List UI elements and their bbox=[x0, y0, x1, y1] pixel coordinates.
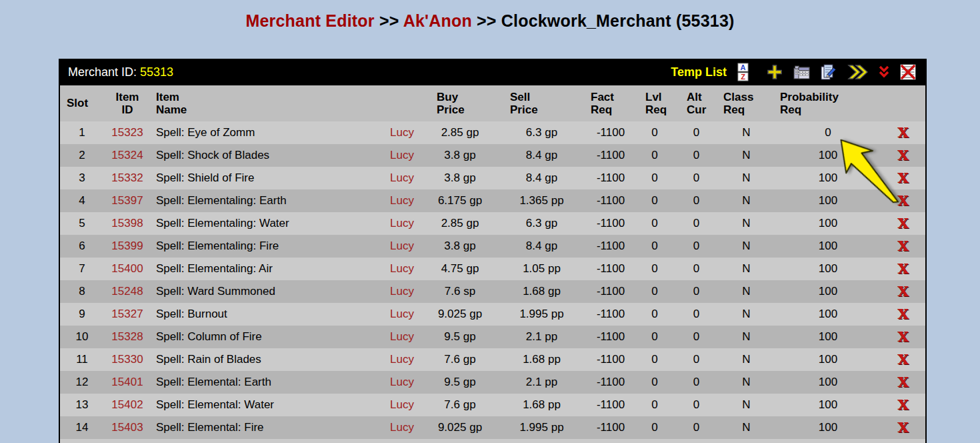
item-id-link[interactable]: 15402 bbox=[111, 398, 143, 411]
delete-row-icon[interactable]: X bbox=[898, 125, 909, 139]
item-id-cell: 15402 bbox=[104, 394, 151, 416]
item-name-cell: Spell: Shock of Blades bbox=[151, 144, 381, 167]
header-item-name: ItemName bbox=[151, 85, 381, 121]
buy-price-cell: 3.8 gp bbox=[423, 235, 497, 258]
merchant-id-value: 55313 bbox=[140, 65, 173, 79]
lucy-link[interactable]: Lucy bbox=[390, 330, 414, 343]
probability-cell: 100 bbox=[775, 303, 881, 326]
lucy-link[interactable]: Lucy bbox=[390, 421, 414, 434]
alt-currency-cell bbox=[675, 439, 718, 443]
lucy-link[interactable]: Lucy bbox=[390, 353, 414, 366]
table-row: X bbox=[60, 439, 925, 443]
item-id-link[interactable]: 15400 bbox=[111, 262, 143, 275]
item-id-link[interactable]: 15403 bbox=[111, 421, 143, 434]
item-id-link[interactable]: 15332 bbox=[111, 171, 143, 184]
item-id-link[interactable]: 15328 bbox=[111, 330, 143, 343]
probability-cell: 100 bbox=[775, 212, 881, 235]
item-id-link[interactable]: 15397 bbox=[111, 194, 143, 207]
fast-forward-icon[interactable] bbox=[847, 63, 869, 81]
delete-row-icon[interactable]: X bbox=[898, 171, 909, 185]
lucy-link[interactable]: Lucy bbox=[390, 194, 414, 207]
alt-currency-cell: 0 bbox=[675, 189, 718, 212]
sort-az-icon[interactable]: A Z bbox=[737, 63, 757, 81]
delete-cell: X bbox=[881, 439, 925, 443]
lucy-link[interactable]: Lucy bbox=[390, 240, 414, 252]
item-id-cell: 15401 bbox=[104, 371, 151, 394]
header-class-req: ClassReq bbox=[718, 85, 775, 121]
buy-price-cell: 9.5 gp bbox=[423, 371, 497, 394]
edit-list-icon[interactable] bbox=[819, 63, 838, 81]
item-id-link[interactable]: 15248 bbox=[111, 285, 143, 298]
add-item-icon[interactable] bbox=[766, 63, 783, 81]
delete-row-icon[interactable]: X bbox=[898, 148, 909, 162]
delete-cell: X bbox=[881, 280, 925, 303]
table-row: 13 15402 Spell: Elemental: Water Lucy 7.… bbox=[60, 394, 925, 416]
delete-row-icon[interactable]: X bbox=[898, 375, 909, 389]
breadcrumb-merchant-editor: Merchant Editor bbox=[245, 11, 374, 30]
sell-price-cell: 1.995 pp bbox=[497, 416, 587, 439]
merchant-editor-panel: Merchant ID: 55313 Temp List A Z bbox=[59, 59, 927, 443]
level-req-cell: 0 bbox=[635, 416, 675, 439]
delete-cell: X bbox=[881, 258, 925, 280]
level-req-cell: 0 bbox=[635, 371, 675, 394]
slot-cell: 10 bbox=[60, 326, 104, 348]
class-req-cell: N bbox=[718, 371, 775, 394]
delete-row-icon[interactable]: X bbox=[898, 284, 909, 298]
delete-row-icon[interactable]: X bbox=[898, 352, 909, 366]
merchant-items-table: Slot ItemID ItemName BuyPrice SellPrice … bbox=[60, 85, 925, 443]
item-id-link[interactable]: 15324 bbox=[111, 149, 143, 161]
item-name-cell bbox=[151, 439, 381, 443]
item-id-link[interactable]: 15323 bbox=[111, 126, 143, 139]
lucy-link[interactable]: Lucy bbox=[390, 285, 414, 298]
lucy-link[interactable]: Lucy bbox=[390, 262, 414, 275]
faction-req-cell: -1100 bbox=[587, 235, 635, 258]
collapse-down-icon[interactable] bbox=[878, 65, 890, 79]
slot-cell: 7 bbox=[60, 258, 104, 280]
level-req-cell: 0 bbox=[635, 303, 675, 326]
item-id-link[interactable]: 15401 bbox=[111, 376, 143, 388]
item-id-link[interactable]: 15330 bbox=[111, 353, 143, 366]
lucy-link[interactable]: Lucy bbox=[390, 308, 414, 320]
delete-row-icon[interactable]: X bbox=[898, 398, 909, 412]
delete-row-icon[interactable]: X bbox=[898, 193, 909, 207]
delete-row-icon[interactable]: X bbox=[898, 307, 909, 321]
delete-row-icon[interactable]: X bbox=[898, 262, 909, 276]
slot-cell: 6 bbox=[60, 235, 104, 258]
copy-table-icon[interactable] bbox=[792, 63, 811, 81]
delete-cell: X bbox=[881, 144, 925, 167]
svg-text:Z: Z bbox=[741, 73, 745, 81]
faction-req-cell: -1100 bbox=[587, 371, 635, 394]
item-id-cell: 15327 bbox=[104, 303, 151, 326]
header-lvl-req: LvlReq bbox=[635, 85, 675, 121]
item-id-cell: 15328 bbox=[104, 326, 151, 348]
lucy-link[interactable]: Lucy bbox=[390, 126, 414, 139]
lucy-link[interactable]: Lucy bbox=[390, 398, 414, 411]
item-id-link[interactable]: 15398 bbox=[111, 217, 143, 230]
delete-list-icon[interactable] bbox=[899, 63, 917, 81]
slot-cell: 4 bbox=[60, 189, 104, 212]
item-id-link[interactable]: 15327 bbox=[111, 308, 143, 320]
delete-row-icon[interactable]: X bbox=[898, 420, 909, 434]
lucy-link[interactable]: Lucy bbox=[390, 149, 414, 161]
lucy-link[interactable]: Lucy bbox=[390, 376, 414, 388]
delete-row-icon[interactable]: X bbox=[898, 239, 909, 253]
lucy-link[interactable]: Lucy bbox=[390, 217, 414, 230]
merchant-table-body: 1 15323 Spell: Eye of Zomm Lucy 2.85 gp … bbox=[60, 121, 925, 443]
item-id-cell: 15398 bbox=[104, 212, 151, 235]
header-slot: Slot bbox=[60, 85, 104, 121]
delete-row-icon[interactable]: X bbox=[898, 216, 909, 230]
item-id-link[interactable]: 15399 bbox=[111, 240, 143, 252]
sell-price-cell: 1.995 pp bbox=[497, 303, 587, 326]
sell-price-cell: 1.68 pp bbox=[497, 348, 587, 371]
temp-list-link[interactable]: Temp List bbox=[671, 65, 727, 79]
buy-price-cell: 7.6 sp bbox=[423, 280, 497, 303]
lucy-link[interactable]: Lucy bbox=[390, 171, 414, 184]
delete-row-icon[interactable]: X bbox=[898, 330, 909, 344]
level-req-cell: 0 bbox=[635, 280, 675, 303]
buy-price-cell: 7.6 gp bbox=[423, 394, 497, 416]
probability-cell: 100 bbox=[775, 258, 881, 280]
item-name-cell: Spell: Elemental: Earth bbox=[151, 371, 381, 394]
sell-price-cell: 6.3 gp bbox=[497, 121, 587, 144]
alt-currency-cell: 0 bbox=[675, 280, 718, 303]
probability-cell: 100 bbox=[775, 326, 881, 348]
